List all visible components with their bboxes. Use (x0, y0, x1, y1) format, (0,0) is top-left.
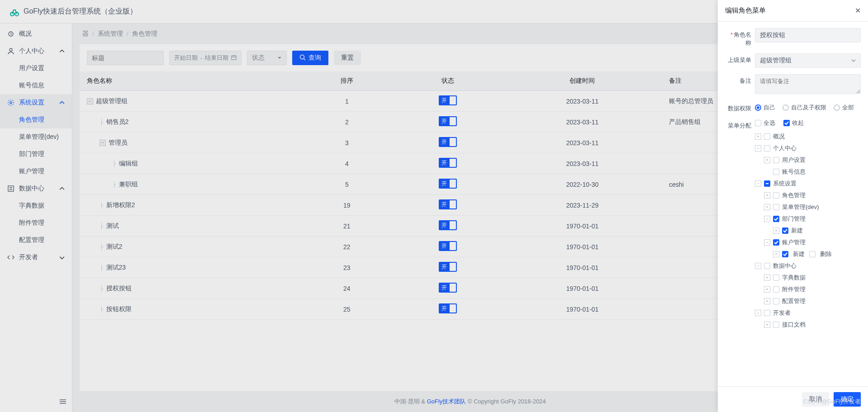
tree-expand-icon[interactable]: + (764, 157, 770, 163)
tree-label: 字典数据 (782, 274, 806, 282)
tree-checkbox[interactable] (773, 275, 779, 281)
tree-label: 角色管理 (782, 191, 806, 199)
tree-node: +接口文档 (764, 319, 861, 331)
tree-expand-icon[interactable]: + (764, 298, 770, 304)
note-textarea[interactable] (755, 74, 861, 94)
tree-checkbox[interactable] (764, 180, 770, 187)
tree-node: 账号信息 (764, 166, 861, 178)
tree-node: +概况 (755, 131, 861, 142)
tree-checkbox[interactable] (764, 133, 770, 140)
tree-node: +附件管理 (764, 284, 861, 295)
tree-checkbox[interactable] (809, 251, 816, 257)
tree-node: −账户管理 (764, 237, 861, 248)
tree-label: 概况 (773, 133, 785, 141)
edit-drawer: 编辑角色菜单 ✕ *角色名称 上级菜单 超级管理组 备注 数据权限 自己自己及子… (718, 0, 868, 412)
tree-expand-icon[interactable]: + (764, 192, 770, 199)
tree-node: +新建删除 (773, 248, 861, 260)
tree-expand-icon[interactable]: + (764, 204, 770, 210)
tree-label: 用户设置 (782, 156, 806, 164)
tree-expand-icon[interactable]: + (755, 133, 761, 140)
tree-checkbox[interactable] (773, 216, 779, 222)
tree-label: 新建 (791, 227, 803, 235)
tree-checkbox[interactable] (773, 298, 779, 304)
tree-checkbox[interactable] (773, 204, 779, 210)
tree-checkbox[interactable] (782, 227, 788, 234)
collapse-checkbox[interactable]: 收起 (783, 119, 804, 127)
role-name-input[interactable] (755, 28, 861, 43)
tree-expand-icon[interactable]: + (773, 251, 779, 257)
tree-label: 接口文档 (782, 321, 806, 329)
tree-node: −个人中心 (755, 142, 861, 154)
tree-label: 账号信息 (782, 168, 806, 176)
tree-label: 配置管理 (782, 297, 806, 305)
tree-checkbox[interactable] (773, 192, 779, 199)
tree-label: 开发者 (773, 309, 791, 317)
tree-node: −开发者 (755, 307, 861, 319)
tree-checkbox[interactable] (773, 322, 779, 328)
tree-node: +菜单管理(dev) (764, 201, 861, 213)
tree-checkbox[interactable] (773, 239, 779, 246)
tree-expand-icon[interactable]: + (764, 286, 770, 293)
tree-node: +新建 (773, 225, 861, 237)
tree-expand-icon[interactable]: − (755, 180, 761, 187)
tree-checkbox[interactable] (782, 251, 788, 257)
perm-radio[interactable]: 自己及子权限 (783, 104, 826, 112)
chevron-down-icon (851, 57, 856, 64)
tree-expand-icon[interactable]: − (755, 145, 761, 152)
tree-checkbox[interactable] (764, 145, 770, 152)
tree-expand-icon[interactable]: − (764, 239, 770, 246)
tree-label: 数据中心 (773, 262, 797, 270)
tree-label: 系统设置 (773, 180, 797, 188)
tree-node: +角色管理 (764, 189, 861, 201)
tree-checkbox[interactable] (764, 263, 770, 269)
tree-label: 附件管理 (782, 285, 806, 294)
tree-checkbox[interactable] (773, 157, 779, 163)
tree-node: +字典数据 (764, 272, 861, 284)
tree-label: 菜单管理(dev) (782, 203, 819, 211)
tree-label: 账户管理 (782, 238, 806, 246)
close-icon[interactable]: ✕ (855, 6, 861, 15)
tree-node: −数据中心 (755, 260, 861, 272)
drawer-title: 编辑角色菜单 (725, 6, 766, 15)
parent-menu-select[interactable]: 超级管理组 (755, 53, 861, 68)
tree-expand-icon[interactable]: − (764, 216, 770, 222)
tree-label: 部门管理 (782, 215, 806, 223)
tree-label: 删除 (820, 250, 832, 258)
tree-expand-icon[interactable]: + (764, 322, 770, 328)
tree-node: −部门管理 (764, 213, 861, 225)
tree-label: 新建 (793, 250, 805, 258)
tree-checkbox[interactable] (773, 169, 779, 175)
select-all-checkbox[interactable]: 全选 (755, 119, 775, 127)
tree-expand-icon[interactable]: + (773, 227, 779, 234)
tree-checkbox[interactable] (773, 286, 779, 293)
tree-node: +用户设置 (764, 154, 861, 166)
tree-node: −系统设置 (755, 178, 861, 189)
watermark: CSDN @GoFly开发者 (803, 398, 861, 406)
tree-expand-icon[interactable]: − (755, 263, 761, 269)
perm-radio[interactable]: 自己 (755, 104, 775, 112)
tree-expand-icon[interactable]: − (755, 310, 761, 316)
tree-label: 个人中心 (773, 144, 797, 152)
tree-expand-icon[interactable]: + (764, 275, 770, 281)
tree-node: +配置管理 (764, 295, 861, 307)
perm-radio[interactable]: 全部 (834, 104, 854, 112)
tree-checkbox[interactable] (764, 310, 770, 316)
